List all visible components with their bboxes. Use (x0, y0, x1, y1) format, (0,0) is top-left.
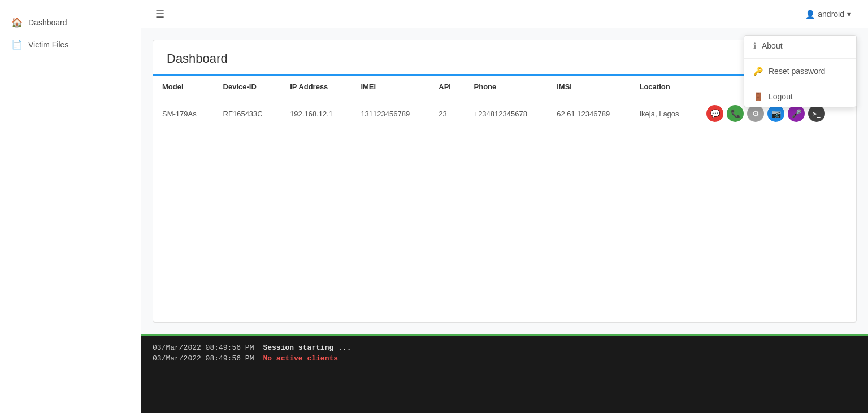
cell-ip-address: 192.168.12.1 (281, 98, 351, 129)
top-navbar: ☰ 👤 android ▾ ℹ About 🔑 Reset password (141, 0, 868, 28)
page-title: Dashboard (167, 51, 843, 74)
mic-button[interactable]: 🎤 (788, 105, 805, 122)
terminal-time-2: 03/Mar/2022 08:49:56 PM (153, 354, 254, 363)
sidebar-item-victim-files-label: Victim Files (28, 40, 68, 49)
sidebar-item-dashboard[interactable]: 🏠 Dashboard (0, 11, 141, 33)
user-dropdown-button[interactable]: 👤 android ▾ (800, 7, 857, 21)
col-phone: Phone (465, 76, 548, 98)
cell-location: Ikeja, Lagos (630, 98, 697, 129)
action-icons-group: 💬 📞 ⚙ 📷 🎤 >_ (706, 105, 847, 122)
info-icon: ℹ (753, 41, 756, 50)
terminal-message-2: No active clients (263, 354, 338, 363)
terminal-line-2: 03/Mar/2022 08:49:56 PM No active client… (153, 354, 857, 363)
dropdown-divider-1 (744, 58, 856, 59)
cell-phone: +234812345678 (465, 98, 548, 129)
hamburger-icon: ☰ (155, 8, 164, 20)
logout-icon: 🚪 (753, 92, 763, 101)
dropdown-divider-2 (744, 84, 856, 84)
col-imei: IMEI (351, 76, 429, 98)
dropdown-about-label: About (762, 41, 783, 50)
col-location: Location (630, 76, 697, 98)
user-dropdown-menu: ℹ About 🔑 Reset password 🚪 Logout (744, 35, 857, 107)
terminal-line-1: 03/Mar/2022 08:49:56 PM Session starting… (153, 344, 857, 352)
dashboard-icon: 🏠 (11, 17, 23, 28)
col-ip-address: IP Address (281, 76, 351, 98)
camera-button[interactable]: 📷 (767, 105, 784, 122)
dropdown-arrow-icon: ▾ (847, 10, 851, 19)
cell-model: SM-179As (153, 98, 214, 129)
dropdown-item-about[interactable]: ℹ About (744, 36, 856, 56)
sidebar: 🏠 Dashboard 📄 Victim Files (0, 0, 141, 413)
terminal-panel: 03/Mar/2022 08:49:56 PM Session starting… (141, 334, 868, 413)
settings-button[interactable]: ⚙ (747, 105, 764, 122)
sidebar-item-victim-files[interactable]: 📄 Victim Files (0, 33, 141, 55)
terminal-message-1: Session starting ... (263, 344, 351, 352)
key-icon: 🔑 (753, 67, 763, 76)
victim-files-icon: 📄 (11, 39, 23, 50)
dropdown-logout-label: Logout (769, 92, 793, 101)
col-device-id: Device-ID (214, 76, 281, 98)
cell-imsi: 62 61 12346789 (548, 98, 630, 129)
dropdown-item-reset-password[interactable]: 🔑 Reset password (744, 61, 856, 81)
sidebar-item-dashboard-label: Dashboard (28, 18, 67, 27)
navbar-left: ☰ (153, 5, 167, 23)
col-imsi: IMSI (548, 76, 630, 98)
cell-device-id: RF165433C (214, 98, 281, 129)
dropdown-reset-password-label: Reset password (769, 67, 825, 76)
sms-button[interactable]: 💬 (706, 105, 723, 122)
terminal-time-1: 03/Mar/2022 08:49:56 PM (153, 344, 254, 352)
dropdown-item-logout[interactable]: 🚪 Logout (744, 86, 856, 107)
navbar-right: 👤 android ▾ ℹ About 🔑 Reset password 🚪 (800, 7, 857, 21)
user-icon: 👤 (805, 10, 815, 19)
main-content: ☰ 👤 android ▾ ℹ About 🔑 Reset password (141, 0, 868, 413)
col-api: API (429, 76, 465, 98)
hamburger-button[interactable]: ☰ (153, 5, 167, 23)
cell-api: 23 (429, 98, 465, 129)
col-model: Model (153, 76, 214, 98)
user-label: android (818, 10, 844, 19)
cell-imei: 131123456789 (351, 98, 429, 129)
call-button[interactable]: 📞 (727, 105, 744, 122)
terminal-button[interactable]: >_ (808, 105, 825, 122)
